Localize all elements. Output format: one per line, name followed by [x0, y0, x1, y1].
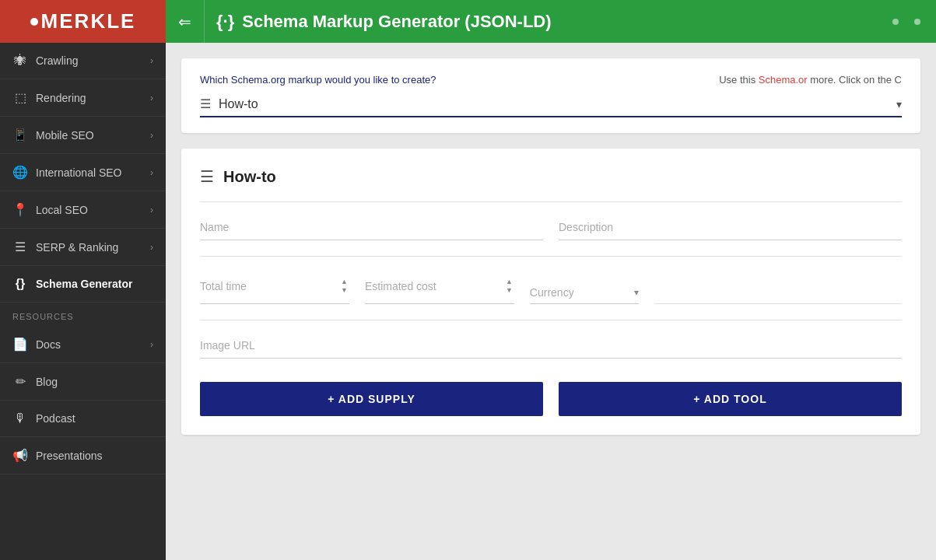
- image-url-field: [200, 333, 902, 359]
- list-icon: ☰: [200, 96, 211, 111]
- name-description-row: [200, 215, 902, 240]
- sidebar-item-mobile-seo[interactable]: 📱 Mobile SEO ›: [0, 117, 166, 154]
- sidebar-item-rendering[interactable]: ⬚ Rendering ›: [0, 79, 166, 117]
- sidebar-item-label: Presentations: [36, 450, 103, 462]
- chevron-right-icon: ›: [150, 130, 153, 141]
- schema-type-select[interactable]: How-to Article FAQ Product: [219, 97, 896, 110]
- divider: [200, 201, 902, 202]
- sidebar-item-blog[interactable]: ✏ Blog: [0, 363, 166, 401]
- sidebar-item-label: Crawling: [36, 54, 78, 67]
- title-icon: {·}: [216, 12, 234, 32]
- name-input[interactable]: [200, 215, 543, 240]
- sidebar-item-presentations[interactable]: 📢 Presentations: [0, 437, 166, 474]
- howto-title-row: ☰ How-to: [200, 167, 902, 186]
- spinner-down[interactable]: ▼: [339, 286, 349, 295]
- sidebar-item-label: SERP & Ranking: [36, 241, 118, 254]
- chevron-down-icon: ▾: [896, 98, 902, 110]
- globe-icon: 🌐: [12, 165, 28, 180]
- schema-icon: {}: [12, 277, 28, 291]
- chevron-right-icon: ›: [150, 93, 153, 103]
- pencil-icon: ✏: [12, 374, 28, 389]
- sidebar: 🕷 Crawling › ⬚ Rendering › 📱 Mobile SEO …: [0, 43, 166, 560]
- time-cost-row: ▲ ▼ ▲ ▼: [200, 269, 902, 304]
- currency-chevron-icon: ▾: [634, 287, 639, 298]
- sidebar-item-docs[interactable]: 📄 Docs ›: [0, 326, 166, 363]
- currency-wrapper: Currency USD EUR GBP JPY ▾: [530, 282, 639, 304]
- total-time-spinner: ▲ ▼: [200, 269, 349, 304]
- resources-label: Resources: [0, 303, 166, 326]
- estimated-cost-spinner: ▲ ▼: [365, 269, 514, 304]
- sidebar-item-label: Mobile SEO: [36, 129, 94, 142]
- cost-spinner-down[interactable]: ▼: [504, 286, 514, 295]
- howto-title: How-to: [223, 168, 276, 186]
- presentation-icon: 📢: [12, 448, 28, 463]
- spinner-controls: ▲ ▼: [339, 278, 349, 295]
- dot-2: [914, 19, 920, 25]
- schema-helper-text: Use this Schema.or more. Click on the C: [719, 74, 902, 86]
- sidebar-item-label: Schema Generator: [36, 278, 133, 290]
- total-time-input[interactable]: [200, 274, 336, 299]
- divider-2: [200, 256, 902, 257]
- currency-field: Currency USD EUR GBP JPY ▾: [530, 282, 639, 304]
- name-field: [200, 215, 543, 240]
- howto-icon: ☰: [200, 167, 214, 186]
- mic-icon: 🎙: [12, 411, 28, 425]
- dot-1: [892, 19, 899, 25]
- add-tool-button[interactable]: + ADD TOOL: [559, 382, 902, 416]
- spinner-up[interactable]: ▲: [339, 278, 349, 286]
- back-button[interactable]: ⇐: [166, 0, 205, 43]
- sidebar-item-label: International SEO: [36, 166, 122, 179]
- description-input[interactable]: [559, 215, 902, 240]
- description-field: [559, 215, 902, 240]
- extra-spacer: [654, 279, 902, 304]
- logo-dot: [30, 18, 38, 26]
- sidebar-item-label: Local SEO: [36, 204, 88, 216]
- header-decoration: [892, 19, 936, 25]
- chevron-right-icon: ›: [150, 167, 153, 178]
- chevron-right-icon: ›: [150, 205, 153, 215]
- estimated-cost-field: ▲ ▼: [365, 269, 514, 304]
- rendering-icon: ⬚: [12, 90, 28, 105]
- sidebar-item-crawling[interactable]: 🕷 Crawling ›: [0, 43, 166, 79]
- total-time-field: ▲ ▼: [200, 269, 349, 304]
- sidebar-item-local-seo[interactable]: 📍 Local SEO ›: [0, 191, 166, 229]
- chevron-right-icon: ›: [150, 339, 153, 350]
- logo: MERKLE: [0, 0, 166, 43]
- divider-3: [200, 320, 902, 320]
- sidebar-item-label: Podcast: [36, 412, 75, 425]
- schema-select-wrapper: ☰ How-to Article FAQ Product ▾: [200, 92, 902, 117]
- sidebar-item-schema-generator[interactable]: {} Schema Generator: [0, 266, 166, 303]
- page-title: {·} Schema Markup Generator (JSON-LD): [205, 12, 552, 32]
- sidebar-item-podcast[interactable]: 🎙 Podcast: [0, 401, 166, 437]
- sidebar-item-label: Rendering: [36, 92, 86, 104]
- schema-selector-panel: Which Schema.org markup would you like t…: [181, 58, 920, 133]
- main-layout: 🕷 Crawling › ⬚ Rendering › 📱 Mobile SEO …: [0, 43, 936, 560]
- back-icon: ⇐: [178, 12, 191, 31]
- app-header: MERKLE ⇐ {·} Schema Markup Generator (JS…: [0, 0, 936, 43]
- image-url-input[interactable]: [200, 333, 902, 359]
- estimated-cost-input[interactable]: [365, 274, 501, 299]
- sidebar-item-serp-ranking[interactable]: ☰ SERP & Ranking ›: [0, 229, 166, 266]
- chevron-right-icon: ›: [150, 55, 153, 66]
- action-buttons-row: + ADD SUPPLY + ADD TOOL: [200, 382, 902, 416]
- howto-form-panel: ☰ How-to ▲: [181, 149, 920, 435]
- cost-spinner-up[interactable]: ▲: [504, 278, 514, 286]
- logo-text: MERKLE: [41, 9, 136, 33]
- list-icon: ☰: [12, 240, 28, 254]
- cost-spinner-controls: ▲ ▼: [504, 278, 514, 295]
- schema-org-link[interactable]: Schema.or: [759, 74, 808, 86]
- sidebar-item-label: Docs: [36, 338, 61, 351]
- docs-icon: 📄: [12, 337, 28, 352]
- chevron-right-icon: ›: [150, 242, 153, 253]
- main-content: Which Schema.org markup would you like t…: [166, 43, 936, 560]
- currency-select[interactable]: Currency USD EUR GBP JPY: [530, 286, 634, 299]
- sidebar-item-international-seo[interactable]: 🌐 International SEO ›: [0, 154, 166, 191]
- mobile-icon: 📱: [12, 128, 28, 142]
- sidebar-item-label: Blog: [36, 376, 58, 388]
- pin-icon: 📍: [12, 202, 28, 217]
- spider-icon: 🕷: [12, 54, 28, 68]
- add-supply-button[interactable]: + ADD SUPPLY: [200, 382, 543, 416]
